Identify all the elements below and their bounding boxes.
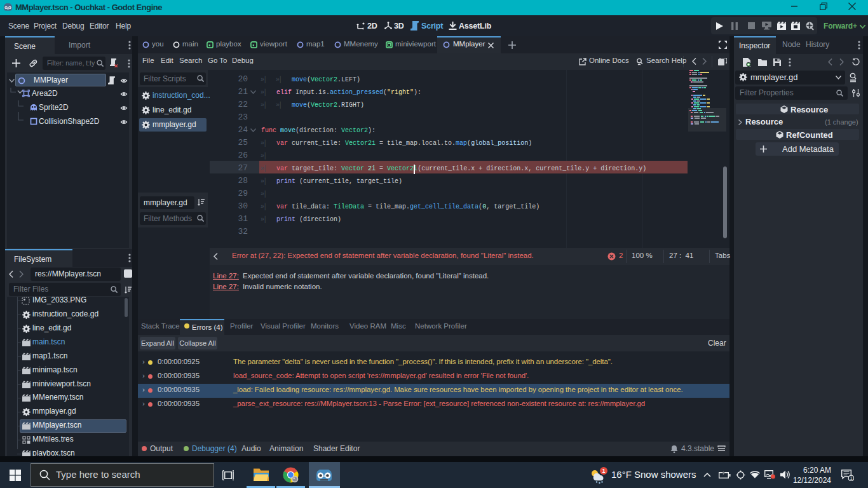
svg-text:1: 1 xyxy=(602,468,605,474)
svg-text:1: 1 xyxy=(850,475,852,481)
